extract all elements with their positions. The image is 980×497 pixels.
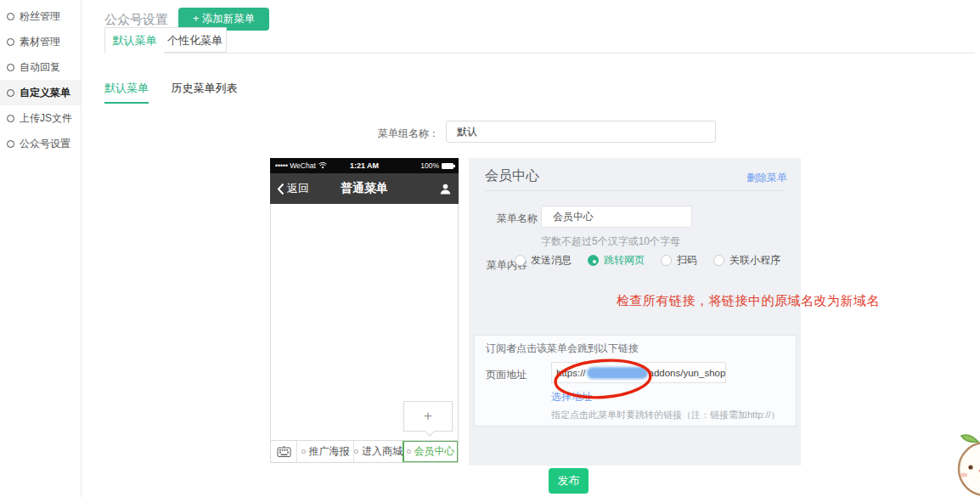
radio-icon — [515, 255, 526, 266]
phone-menu-item-label: 进入商城 — [362, 444, 403, 459]
phone-status-bar: ••••• WeChat 1:21 AM 100% — [270, 158, 459, 173]
radio-send-message[interactable]: 发送消息 — [515, 253, 572, 268]
circle-icon — [7, 89, 14, 97]
keyboard-toggle-button[interactable] — [271, 441, 296, 462]
tab-default-menu[interactable]: 默认菜单 — [104, 27, 165, 54]
editor-divider — [485, 190, 785, 191]
menu-name-label: 菜单名称 — [497, 212, 538, 226]
circle-icon — [7, 64, 14, 71]
sidebar-item-label: 自动回复 — [20, 60, 60, 75]
back-button[interactable]: 返回 — [277, 181, 309, 196]
phone-menu-item-member-center[interactable]: 会员中心 — [403, 441, 458, 462]
tabs-divider — [104, 53, 975, 54]
bullet-icon — [407, 449, 411, 454]
phone-menu-item-mall[interactable]: 进入商城 — [353, 441, 403, 462]
publish-button[interactable]: 发布 — [549, 468, 589, 494]
radio-icon — [661, 255, 672, 266]
menu-editor-panel: 会员中心 删除菜单 菜单名称 字数不超过5个汉字或10个字母 菜单内容 发送消息… — [469, 158, 801, 466]
sidebar-item-label: 素材管理 — [20, 35, 60, 49]
mascot-illustration — [953, 427, 980, 497]
url-suffix-text: addons/yun_shop/? — [649, 368, 726, 378]
subtab-history-menu-list[interactable]: 历史菜单列表 — [171, 81, 237, 102]
sidebar-item-account-settings[interactable]: 公众号设置 — [0, 131, 81, 156]
phone-preview: ••••• WeChat 1:21 AM 100% 返回 普通菜单 — [270, 158, 459, 463]
annotation-text: 检查所有链接，将链接中的原域名改为新域名 — [617, 293, 880, 309]
url-prefix-text: https:// — [556, 368, 586, 378]
sidebar-item-label: 粉丝管理 — [20, 9, 60, 24]
radio-label: 发送消息 — [531, 253, 572, 268]
sidebar-item-fans[interactable]: 粉丝管理 — [0, 3, 81, 29]
person-icon[interactable] — [439, 183, 452, 195]
bullet-icon — [354, 449, 358, 454]
sidebar-item-label: 上传JS文件 — [20, 111, 72, 126]
radio-label: 扫码 — [677, 253, 697, 268]
menu-name-hint: 字数不超过5个汉字或10个字母 — [541, 234, 680, 249]
link-settings-box: 订阅者点击该菜单会跳到以下链接 页面地址 https:// addons/yun… — [474, 335, 797, 426]
menu-name-input[interactable] — [541, 206, 692, 228]
menu-content-options: 发送消息 跳转网页 扫码 关联小程序 — [515, 253, 797, 268]
phone-menu-bar: 推广海报 进入商城 会员中心 — [270, 440, 459, 463]
sidebar: 粉丝管理 素材管理 自动回复 自定义菜单 上传JS文件 公众号设置 — [0, 0, 82, 497]
choose-address-link[interactable]: 选择地址 — [551, 390, 592, 404]
battery-percent-label: 100% — [420, 161, 439, 170]
circle-icon — [7, 115, 14, 122]
delete-menu-link[interactable]: 删除菜单 — [746, 171, 787, 185]
phone-menu-item-poster[interactable]: 推广海报 — [296, 441, 353, 462]
radio-jump-webpage[interactable]: 跳转网页 — [588, 253, 645, 268]
sidebar-item-label: 自定义菜单 — [20, 86, 70, 100]
phone-menu-item-label: 推广海报 — [309, 444, 350, 459]
chevron-left-icon — [277, 183, 284, 195]
sidebar-item-custom-menu[interactable]: 自定义菜单 — [0, 80, 81, 105]
link-intro-text: 订阅者点击该菜单会跳到以下链接 — [486, 342, 639, 356]
plus-icon: + — [424, 408, 432, 425]
redacted-domain-blur — [587, 367, 648, 379]
carrier-label: ••••• WeChat — [275, 161, 316, 170]
editor-title: 会员中心 — [485, 167, 539, 185]
radio-scan-code[interactable]: 扫码 — [661, 253, 697, 268]
subtab-default-menu[interactable]: 默认菜单 — [104, 81, 149, 104]
battery-icon — [442, 163, 453, 169]
phone-menu-item-label: 会员中心 — [414, 444, 455, 459]
radio-mini-program[interactable]: 关联小程序 — [713, 253, 780, 268]
circle-icon — [7, 38, 14, 46]
app-root: 粉丝管理 素材管理 自动回复 自定义菜单 上传JS文件 公众号设置 — [0, 0, 980, 497]
page-url-label: 页面地址 — [486, 368, 527, 382]
menu-group-name-label: 菜单组名称： — [340, 127, 439, 141]
radio-label: 跳转网页 — [604, 253, 645, 268]
wifi-icon — [318, 162, 327, 169]
phone-nav-bar: 返回 普通菜单 — [270, 173, 459, 204]
tab-personalized-menu[interactable]: 个性化菜单 — [164, 27, 227, 53]
page-url-input[interactable]: https:// addons/yun_shop/? — [551, 362, 726, 383]
sidebar-item-label: 公众号设置 — [20, 137, 70, 151]
back-label: 返回 — [287, 181, 309, 196]
keyboard-icon — [277, 446, 291, 457]
circle-icon — [7, 140, 14, 148]
subtabs: 默认菜单 历史菜单列表 — [104, 80, 256, 104]
link-hint-text: 指定点击此菜单时要跳转的链接（注：链接需加http://） — [551, 409, 780, 421]
menu-group-name-input[interactable] — [446, 121, 716, 143]
sidebar-item-material[interactable]: 素材管理 — [0, 29, 81, 54]
circle-icon — [7, 13, 14, 20]
add-submenu-button[interactable]: + — [403, 401, 453, 432]
radio-icon — [713, 255, 724, 266]
sidebar-item-upload-js[interactable]: 上传JS文件 — [0, 105, 81, 131]
page-title: 公众号设置 — [104, 12, 168, 28]
sidebar-item-auto-reply[interactable]: 自动回复 — [0, 54, 81, 80]
radio-label: 关联小程序 — [729, 253, 780, 268]
radio-icon — [588, 255, 599, 266]
bullet-icon — [301, 449, 306, 454]
